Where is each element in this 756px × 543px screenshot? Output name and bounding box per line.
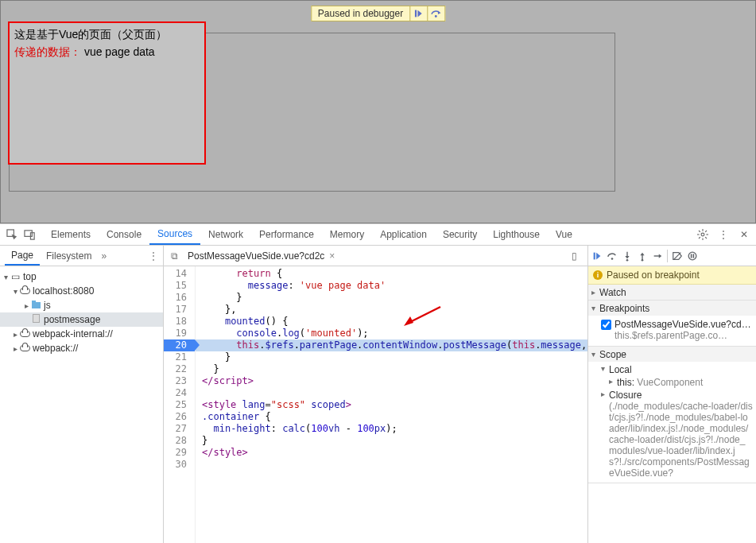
watch-section-header[interactable]: ▸Watch (588, 285, 756, 300)
code-line[interactable]: message: 'vue page data' (196, 280, 587, 292)
code-line[interactable]: </script> (196, 375, 587, 387)
code-line[interactable]: } (196, 363, 587, 375)
nav-tab-overflow-icon[interactable]: » (101, 250, 107, 262)
line-number[interactable]: 22 (164, 363, 195, 375)
inspect-icon[interactable] (3, 226, 21, 243)
debug-pane: i Paused on breakpoint ▸Watch ▾Breakpoin… (587, 246, 756, 543)
line-number[interactable]: 30 (164, 459, 195, 471)
code-line[interactable]: console.log('mounted'); (196, 328, 587, 339)
devtools-tab-security[interactable]: Security (435, 224, 485, 245)
tree-top[interactable]: ▾▭top (0, 270, 163, 284)
devtools-tab-lighthouse[interactable]: Lighthouse (485, 224, 548, 245)
line-number[interactable]: 26 (164, 411, 195, 423)
line-number[interactable]: 14 (164, 268, 195, 280)
breakpoints-section-header[interactable]: ▾Breakpoints (588, 301, 756, 316)
svg-rect-34 (693, 254, 695, 258)
line-number[interactable]: 19 (164, 328, 195, 339)
scope-local[interactable]: ▾Local (588, 363, 756, 376)
tree-folder-js[interactable]: ▸js (0, 298, 163, 312)
tree-file-postmessage[interactable]: postmessage (0, 312, 163, 327)
more-icon[interactable]: ⋮ (715, 226, 732, 243)
settings-icon[interactable] (694, 226, 711, 243)
svg-line-14 (705, 237, 707, 239)
close-devtools-icon[interactable]: ✕ (735, 226, 753, 243)
editor-tab[interactable]: PostMessageVueSide.vue?cd2c × (183, 248, 339, 264)
resume-icon[interactable] (409, 6, 427, 21)
step-over-icon[interactable] (427, 6, 444, 21)
code-line[interactable] (196, 459, 587, 471)
devtools-tab-memory[interactable]: Memory (322, 224, 372, 245)
devtools-tab-sources[interactable]: Sources (149, 224, 200, 245)
device-toggle-icon[interactable] (21, 226, 38, 243)
svg-marker-20 (596, 252, 600, 259)
nav-tab-filesystem[interactable]: Filesystem (40, 246, 98, 266)
line-number[interactable]: 25 (164, 399, 195, 411)
code-line[interactable]: } (196, 292, 587, 304)
devtools-tabbar: ElementsConsoleSourcesNetworkPerformance… (0, 224, 756, 246)
code-line[interactable]: }, (196, 304, 587, 316)
tree-host[interactable]: ▾localhost:8080 (0, 284, 163, 298)
code-line[interactable]: .container { (196, 411, 587, 423)
svg-line-17 (409, 307, 440, 323)
line-number[interactable]: 17 (164, 304, 195, 316)
svg-rect-19 (594, 252, 595, 259)
debugged-page: 这是基于Vue的页面（父页面） 传递的数据： vue page data Pau… (0, 0, 756, 223)
debug-toolbar (588, 246, 756, 266)
svg-rect-33 (691, 254, 692, 258)
pause-status: i Paused on breakpoint (588, 266, 756, 285)
scope-closure[interactable]: ▸Closure(./node_modules/cache-loader/dis… (588, 389, 756, 479)
line-number[interactable]: 18 (164, 316, 195, 328)
scope-this[interactable]: ▸this: VueComponent (588, 376, 756, 389)
devtools-tab-performance[interactable]: Performance (251, 224, 322, 245)
deactivate-bp-button[interactable] (670, 248, 684, 264)
line-number[interactable]: 20 (164, 339, 195, 351)
line-number[interactable]: 15 (164, 280, 195, 292)
component-highlight: 这是基于Vue的页面（父页面） 传递的数据： vue page data (8, 21, 206, 165)
code-line[interactable]: </style> (196, 447, 587, 459)
code-editor[interactable]: 1415161718192021222324252627282930 retur… (164, 266, 587, 543)
scope-section-header[interactable]: ▾Scope (588, 347, 756, 362)
history-toggle-icon[interactable]: ⧉ (167, 250, 181, 262)
devtools-tab-application[interactable]: Application (372, 224, 435, 245)
toggle-breakpoints-icon[interactable]: ▯ (567, 250, 581, 262)
tree-webpack[interactable]: ▸webpack:// (0, 341, 163, 355)
nav-tab-page[interactable]: Page (5, 246, 40, 266)
page-heading: 这是基于Vue的页面（父页面） (14, 28, 200, 42)
step-into-button[interactable] (620, 248, 634, 264)
code-line[interactable]: <style lang="scss" scoped> (196, 399, 587, 411)
step-out-button[interactable] (635, 248, 649, 264)
devtools-tab-elements[interactable]: Elements (43, 224, 99, 245)
breakpoint-item[interactable]: PostMessageVueSide.vue?cd… this.$refs.pa… (588, 317, 756, 343)
breakpoint-checkbox[interactable] (601, 320, 611, 330)
code-line[interactable] (196, 387, 587, 399)
code-line[interactable]: } (196, 351, 587, 363)
devtools-tab-console[interactable]: Console (99, 224, 149, 245)
code-line[interactable]: mounted() { (196, 316, 587, 328)
line-number[interactable]: 27 (164, 423, 195, 435)
step-over-button[interactable] (605, 248, 619, 264)
svg-marker-2 (438, 11, 441, 14)
pause-exceptions-button[interactable] (685, 248, 700, 264)
tree-webpack-internal[interactable]: ▸webpack-internal:// (0, 327, 163, 341)
navigator-pane: Page Filesystem » ⋮ ▾▭top ▾localhost:808… (0, 246, 164, 543)
line-number[interactable]: 24 (164, 387, 195, 399)
line-number[interactable]: 23 (164, 375, 195, 387)
code-line[interactable]: this.$refs.parentPage.contentWindow.post… (196, 339, 587, 351)
line-number[interactable]: 16 (164, 292, 195, 304)
devtools: ElementsConsoleSourcesNetworkPerformance… (0, 223, 756, 543)
devtools-tab-network[interactable]: Network (200, 224, 251, 245)
devtools-tab-vue[interactable]: Vue (548, 224, 580, 245)
code-line[interactable]: } (196, 435, 587, 447)
step-button[interactable] (650, 248, 665, 264)
data-value: vue page data (84, 45, 155, 58)
line-number[interactable]: 21 (164, 351, 195, 363)
line-number[interactable]: 29 (164, 447, 195, 459)
nav-more-icon[interactable]: ⋮ (149, 250, 158, 262)
svg-marker-23 (625, 256, 629, 259)
code-line[interactable]: min-height: calc(100vh - 100px); (196, 423, 587, 435)
line-number[interactable]: 28 (164, 435, 195, 447)
file-tree: ▾▭top ▾localhost:8080 ▸js postmessage ▸w… (0, 266, 163, 543)
code-line[interactable]: return { (196, 268, 587, 280)
resume-button[interactable] (590, 248, 604, 264)
close-tab-icon[interactable]: × (329, 250, 335, 262)
